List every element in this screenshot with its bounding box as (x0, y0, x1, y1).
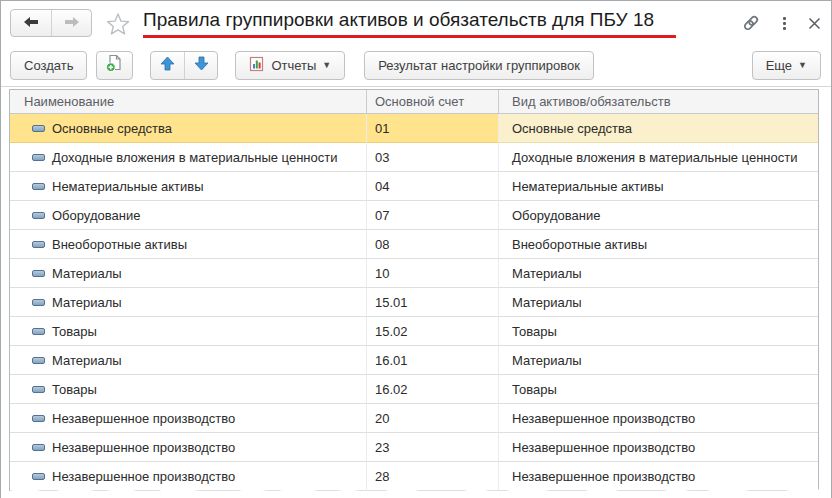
row-account: 07 (367, 201, 499, 230)
list-item-icon (32, 241, 45, 248)
table-row[interactable]: Материалы 16.01 Материалы (10, 346, 818, 375)
row-kind: Оборудование (499, 201, 818, 230)
list-item-icon (32, 299, 45, 306)
row-name: Нематериальные активы (52, 179, 204, 194)
list-item-icon (32, 125, 45, 132)
row-account: 03 (367, 143, 499, 172)
row-kind: Товары (499, 317, 818, 346)
list-item-icon (32, 328, 45, 335)
table-row[interactable]: Внеоборотные активы 08 Внеоборотные акти… (10, 230, 818, 259)
reorder-group (150, 51, 218, 80)
forward-arrow-icon (64, 14, 80, 32)
toolbar: Создать (1, 47, 831, 83)
grouping-result-button[interactable]: Результат настройки группировок (364, 51, 594, 80)
caption-bar: Правила группировки активов и обязательс… (1, 1, 831, 45)
row-kind: Незавершенное производство (499, 462, 818, 491)
row-kind: Незавершенное производство (499, 404, 818, 433)
table-row[interactable]: Товары 15.02 Товары (10, 317, 818, 346)
row-kind: Доходные вложения в материальные ценност… (499, 143, 818, 172)
list-item-icon (32, 270, 45, 277)
row-kind: Материалы (499, 259, 818, 288)
row-account: 01 (367, 114, 499, 143)
table-row[interactable]: Доходные вложения в материальные ценност… (10, 143, 818, 172)
back-arrow-icon (23, 14, 39, 32)
table-row[interactable]: Оборудование 07 Оборудование (10, 201, 818, 230)
list-item-icon (32, 183, 45, 190)
row-account: 16.01 (367, 346, 499, 375)
row-name: Основные средства (52, 121, 172, 136)
page-title: Правила группировки активов и обязательс… (143, 9, 676, 38)
create-group-button[interactable] (96, 51, 133, 80)
table-row[interactable]: Материалы 10 Материалы (10, 259, 818, 288)
star-icon[interactable] (106, 12, 130, 35)
row-name: Оборудование (52, 208, 140, 223)
row-account: 15.02 (367, 317, 499, 346)
more-button[interactable]: Еще ▼ (752, 51, 821, 80)
back-button[interactable] (11, 10, 51, 36)
reports-button[interactable]: Отчеты ▼ (235, 51, 345, 80)
table-row[interactable]: Основные средства 01 Основные средства (10, 114, 818, 143)
column-header-name[interactable]: Наименование (10, 90, 367, 113)
row-account: 16.02 (367, 375, 499, 404)
row-kind: Незавершенное производство (499, 433, 818, 462)
row-kind: Материалы (499, 288, 818, 317)
table-row[interactable]: Материалы 15.01 Материалы (10, 288, 818, 317)
row-name: Материалы (52, 266, 122, 281)
row-account: 28 (367, 462, 499, 491)
create-group-icon (105, 54, 124, 76)
kebab-menu-icon[interactable] (781, 15, 788, 32)
table-row[interactable]: Товары 16.02 Товары (10, 375, 818, 404)
list-item-icon (32, 386, 45, 393)
row-name: Товары (52, 324, 97, 339)
row-account: 08 (367, 230, 499, 259)
row-kind: Основные средства (499, 114, 818, 143)
row-name: Незавершенное производство (52, 440, 235, 455)
row-name: Материалы (52, 353, 122, 368)
rules-table: Наименование Основной счет Вид активов/о… (9, 89, 819, 498)
chevron-down-icon: ▼ (322, 61, 331, 70)
link-icon[interactable] (741, 13, 761, 33)
row-kind: Материалы (499, 346, 818, 375)
table-row[interactable]: Незавершенное производство 20 Незавершен… (10, 404, 818, 433)
column-header-account[interactable]: Основной счет (367, 90, 499, 113)
list-item-icon (32, 473, 45, 480)
row-account: 20 (367, 404, 499, 433)
app-window: Правила группировки активов и обязательс… (0, 0, 832, 498)
row-name: Незавершенное производство (52, 411, 235, 426)
report-chart-icon (249, 56, 271, 75)
forward-button[interactable] (51, 10, 91, 36)
table-row[interactable]: Незавершенное производство 23 Незавершен… (10, 433, 818, 462)
row-kind: Товары (499, 375, 818, 404)
create-button[interactable]: Создать (10, 51, 87, 80)
toolbar-separator (1, 86, 831, 87)
row-name: Внеоборотные активы (52, 237, 187, 252)
row-account: 10 (367, 259, 499, 288)
nav-history-group (10, 9, 92, 37)
list-item-icon (32, 212, 45, 219)
close-icon[interactable] (808, 17, 821, 30)
table-body: Основные средства 01 Основные средства Д… (10, 114, 818, 491)
arrow-up-icon (160, 56, 175, 75)
row-kind: Внеоборотные активы (499, 230, 818, 259)
row-name: Материалы (52, 295, 122, 310)
table-row[interactable]: Нематериальные активы 04 Нематериальные … (10, 172, 818, 201)
chevron-down-icon: ▼ (798, 61, 807, 70)
row-name: Товары (52, 382, 97, 397)
list-item-icon (32, 444, 45, 451)
row-account: 04 (367, 172, 499, 201)
arrow-down-icon (194, 56, 209, 75)
table-header-row: Наименование Основной счет Вид активов/о… (10, 90, 818, 114)
row-name: Незавершенное производство (52, 469, 235, 484)
list-item-icon (32, 415, 45, 422)
row-name: Доходные вложения в материальные ценност… (52, 150, 337, 165)
list-item-icon (32, 154, 45, 161)
move-up-button[interactable] (151, 52, 184, 79)
row-kind: Нематериальные активы (499, 172, 818, 201)
row-account: 15.01 (367, 288, 499, 317)
column-header-kind[interactable]: Вид активов/обязательств (499, 90, 818, 113)
move-down-button[interactable] (184, 52, 217, 79)
row-account: 23 (367, 433, 499, 462)
list-item-icon (32, 357, 45, 364)
table-row[interactable]: Незавершенное производство 28 Незавершен… (10, 462, 818, 491)
